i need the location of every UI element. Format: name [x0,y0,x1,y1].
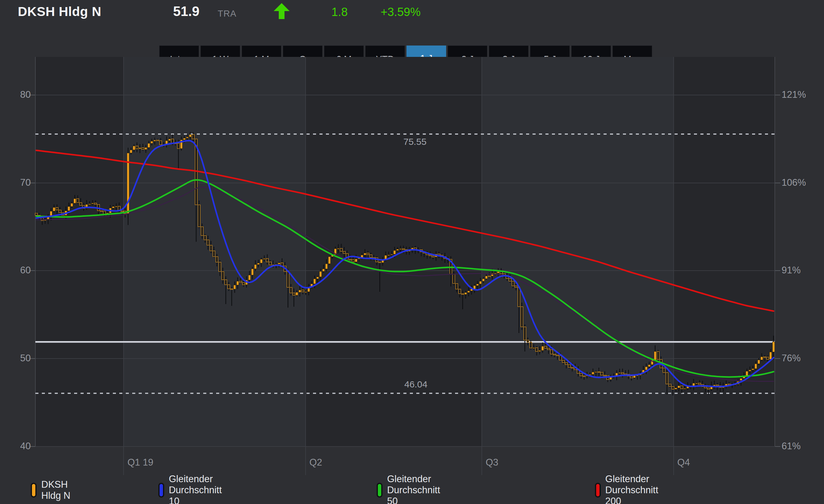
stock-chart-widget: DKSH Hldg N 51.9 TRA 1.8 +3.59% Intra1 W… [0,0,824,504]
legend-label: Gleitender Durchschnitt 200 [605,474,662,504]
legend-item[interactable]: Gleitender Durchschnitt 50 [377,482,443,498]
legend-item[interactable]: DKSH Hldg N [31,482,71,498]
legend-swatch-icon [595,483,601,498]
ma-line-aux-trend [36,187,774,382]
legend-label: DKSH Hldg N [41,479,71,501]
legend-swatch-icon [158,483,164,498]
candlestick-series [35,132,775,395]
legend-swatch-icon [31,483,36,498]
high-line-label: 75.55 [403,136,426,147]
legend-item[interactable]: Gleitender Durchschnitt 200 [595,482,662,498]
legend-swatch-icon [377,483,383,498]
ma-line-gleitender-durchschnitt-10 [36,141,774,387]
low-line-label: 46.04 [404,379,427,390]
chart-plot-area[interactable]: 80121%70106%6091%5076%4061%Q1 19Q2Q3Q4 [0,0,824,504]
ma-line-gleitender-durchschnitt-200 [36,150,774,311]
legend-item[interactable]: Gleitender Durchschnitt 10 [158,482,225,498]
legend-label: Gleitender Durchschnitt 10 [169,474,225,504]
legend-label: Gleitender Durchschnitt 50 [387,474,443,504]
chart-canvas [0,0,824,504]
